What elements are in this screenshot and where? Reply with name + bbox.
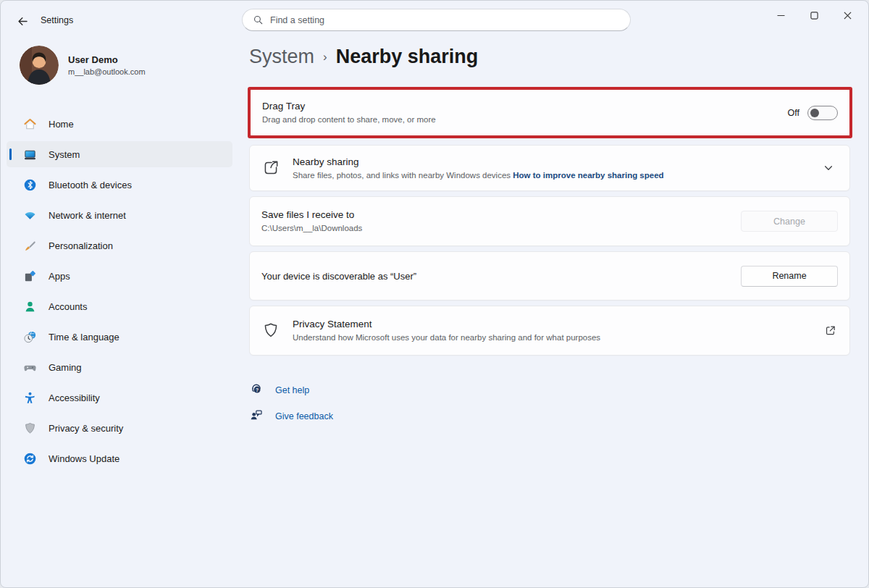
discoverable-card: Your device is discoverable as “User” Re…: [249, 251, 850, 301]
sidebar-item-label: Accessibility: [49, 392, 100, 403]
breadcrumb: System › Nearby sharing: [249, 46, 478, 68]
sidebar-item-home[interactable]: Home: [7, 111, 232, 137]
system-icon: [22, 147, 37, 161]
rename-button[interactable]: Rename: [741, 266, 838, 287]
privacy-statement-card[interactable]: Privacy Statement Understand how Microso…: [249, 306, 850, 356]
accessibility-icon: [22, 390, 37, 405]
give-feedback-icon: [250, 408, 263, 424]
user-email: m__lab@outlook.com: [68, 67, 146, 76]
sidebar-item-label: Personalization: [49, 240, 113, 251]
change-button[interactable]: Change: [741, 211, 838, 232]
avatar: [20, 46, 59, 85]
discoverable-text: Your device is discoverable as “User”: [261, 271, 741, 282]
privacy-security-icon: [22, 421, 37, 435]
maximize-button[interactable]: [797, 4, 831, 27]
privacy-statement-description: Understand how Microsoft uses your data …: [293, 332, 824, 343]
settings-card-list: Nearby sharing Share files, photos, and …: [249, 145, 850, 356]
sidebar-item-label: Bluetooth & devices: [49, 180, 132, 190]
maximize-icon: [810, 12, 818, 20]
back-button[interactable]: [14, 13, 31, 29]
give-feedback-label: Give feedback: [275, 411, 333, 421]
sidebar-item-network-internet[interactable]: Network & internet: [7, 202, 232, 228]
sidebar-item-windows-update[interactable]: Windows Update: [7, 445, 232, 471]
sidebar-item-label: Gaming: [49, 362, 82, 373]
sidebar-item-label: Accounts: [49, 301, 87, 312]
sidebar-item-gaming[interactable]: Gaming: [7, 354, 232, 380]
minimize-button[interactable]: [764, 4, 797, 27]
sidebar-item-accessibility[interactable]: Accessibility: [7, 385, 232, 411]
save-files-card: Save files I receive to C:\Users\m__la\D…: [249, 196, 850, 246]
share-icon: [261, 159, 280, 177]
sidebar-item-privacy-security[interactable]: Privacy & security: [7, 415, 232, 441]
breadcrumb-separator: ›: [314, 50, 336, 64]
get-help-label: Get help: [275, 385, 309, 395]
sidebar-item-label: Home: [49, 119, 74, 130]
shield-outline-icon: [261, 322, 280, 340]
external-link-icon[interactable]: [824, 324, 836, 337]
sidebar-item-label: Windows Update: [49, 453, 119, 464]
toggle-knob: [810, 109, 819, 117]
user-name: User Demo: [68, 54, 146, 65]
footer-links: ? Get help Give feedback: [250, 382, 333, 424]
sidebar-item-time-language[interactable]: Time & language: [7, 324, 232, 350]
svg-text:?: ?: [256, 387, 259, 392]
home-icon: [22, 117, 37, 131]
apps-icon: [22, 269, 37, 283]
get-help-link[interactable]: ? Get help: [250, 382, 333, 398]
sidebar-nav: Home System Bluetooth & devices Network …: [7, 111, 232, 476]
network-icon: [22, 208, 37, 222]
sidebar-item-accounts[interactable]: Accounts: [7, 293, 232, 319]
back-arrow-icon: [17, 15, 29, 28]
sidebar-item-apps[interactable]: Apps: [7, 263, 232, 289]
user-profile[interactable]: User Demo m__lab@outlook.com: [20, 46, 146, 85]
sidebar-item-label: Privacy & security: [49, 423, 123, 434]
save-files-title: Save files I receive to: [261, 209, 741, 222]
windows-update-icon: [22, 451, 37, 466]
save-files-path: C:\Users\m__la\Downloads: [261, 223, 741, 234]
search-box[interactable]: [242, 9, 631, 31]
sidebar-item-label: Apps: [49, 271, 70, 282]
drag-tray-description: Drag and drop content to share, move, or…: [262, 114, 788, 125]
improve-speed-link[interactable]: How to improve nearby sharing speed: [513, 171, 663, 180]
close-icon: [844, 12, 852, 20]
gaming-icon: [22, 360, 37, 374]
close-button[interactable]: [831, 4, 864, 27]
bluetooth-icon: [22, 177, 37, 192]
page-title: Nearby sharing: [336, 46, 479, 68]
red-highlight-box: Drag Tray Drag and drop content to share…: [248, 87, 852, 138]
sidebar-item-bluetooth-devices[interactable]: Bluetooth & devices: [7, 172, 232, 198]
time-language-icon: [22, 329, 37, 344]
sidebar-item-personalization[interactable]: Personalization: [7, 232, 232, 259]
minimize-icon: [777, 12, 785, 20]
give-feedback-link[interactable]: Give feedback: [250, 408, 333, 424]
nearby-sharing-card[interactable]: Nearby sharing Share files, photos, and …: [249, 145, 850, 191]
accounts-icon: [22, 299, 37, 314]
settings-window: Settings: [0, 0, 869, 588]
sidebar-item-label: Time & language: [49, 332, 119, 343]
app-title: Settings: [41, 15, 73, 25]
drag-tray-card: Drag Tray Drag and drop content to share…: [251, 90, 849, 135]
sidebar-item-system[interactable]: System: [7, 141, 232, 167]
personalization-icon: [22, 238, 37, 253]
privacy-statement-title: Privacy Statement: [293, 318, 824, 331]
get-help-icon: ?: [250, 382, 263, 398]
nearby-sharing-description: Share files, photos, and links with near…: [293, 171, 511, 180]
search-icon: [253, 14, 264, 25]
nearby-sharing-title: Nearby sharing: [293, 156, 823, 169]
drag-tray-toggle[interactable]: [807, 106, 838, 120]
selected-indicator: [9, 148, 12, 160]
chevron-down-icon[interactable]: [823, 163, 834, 173]
window-controls: [764, 4, 864, 27]
drag-tray-toggle-label: Off: [788, 108, 799, 118]
sidebar-item-label: System: [49, 149, 80, 160]
breadcrumb-system[interactable]: System: [249, 46, 314, 68]
search-input[interactable]: [270, 15, 620, 25]
sidebar-item-label: Network & internet: [49, 210, 126, 221]
drag-tray-title: Drag Tray: [262, 100, 788, 113]
